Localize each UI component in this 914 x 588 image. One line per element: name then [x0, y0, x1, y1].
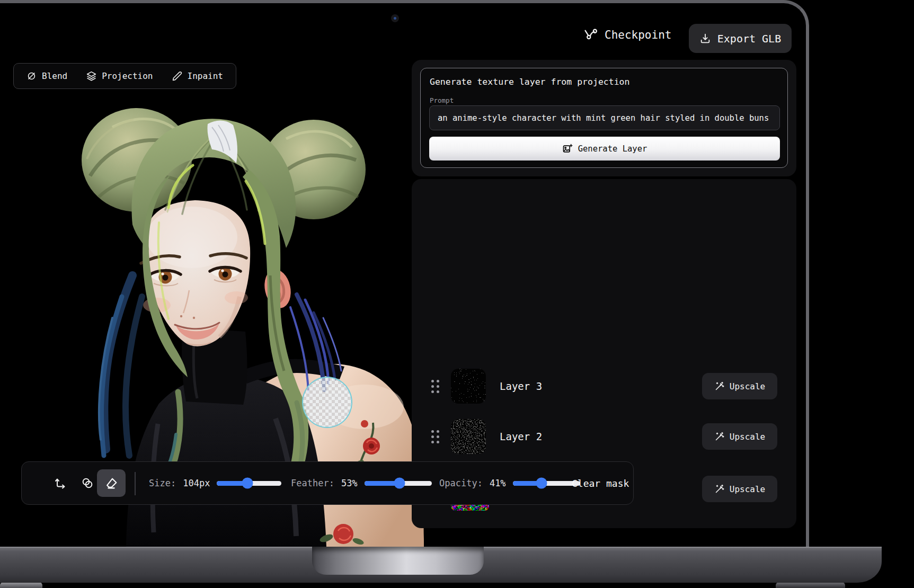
generate-layer-button[interactable]: Generate Layer: [429, 137, 780, 161]
feather-control: Feather: 53%: [291, 462, 432, 504]
drag-handle-icon[interactable]: [431, 380, 439, 393]
checkpoint-label: Checkpoint: [605, 29, 671, 41]
upscale-button[interactable]: Upscale: [702, 423, 777, 450]
eraser-tool-button[interactable]: [97, 469, 126, 497]
move-axes-icon: [54, 477, 66, 489]
prompt-label: Prompt: [430, 96, 454, 104]
mode-blend-label: Blend: [42, 71, 67, 81]
layer-row: Layer 2 Upscale: [412, 419, 796, 454]
mode-blend[interactable]: Blend: [26, 71, 67, 81]
upscale-label: Upscale: [730, 484, 765, 494]
eraser-icon: [105, 477, 118, 490]
app-root: Checkpoint Export GLB Blend Projec: [0, 0, 914, 588]
feather-label: Feather:: [291, 478, 334, 488]
layer-thumbnail[interactable]: [451, 369, 486, 404]
size-slider-thumb[interactable]: [242, 478, 253, 489]
export-glb-label: Export GLB: [717, 32, 781, 45]
checkpoint-button[interactable]: Checkpoint: [583, 28, 671, 42]
mode-inpaint-label: Inpaint: [188, 71, 223, 81]
checkpoint-branch-icon: [583, 28, 597, 42]
layer-thumbnail[interactable]: [451, 419, 486, 454]
download-icon: [699, 33, 711, 44]
export-glb-button[interactable]: Export GLB: [689, 24, 792, 53]
generator-title: Generate texture layer from projection: [430, 77, 630, 87]
drag-handle-icon[interactable]: [431, 430, 439, 443]
mode-inpaint[interactable]: Inpaint: [172, 71, 223, 81]
mask-brush-overlay: [302, 377, 352, 428]
pencil-icon: [172, 71, 182, 81]
laptop-base: [0, 547, 882, 583]
upscale-label: Upscale: [730, 432, 765, 442]
size-label: Size:: [149, 478, 176, 488]
opacity-slider[interactable]: [513, 481, 580, 486]
image-plus-icon: [562, 144, 573, 154]
generator-panel: Generate texture layer from projection P…: [412, 60, 796, 176]
size-control: Size: 104px: [149, 462, 281, 504]
mode-projection-label: Projection: [102, 71, 153, 81]
clear-mask-button[interactable]: Clear mask: [572, 462, 629, 504]
wand-sparkles-icon: [714, 381, 724, 391]
prompt-input[interactable]: [429, 105, 780, 130]
upscale-button[interactable]: Upscale: [702, 373, 777, 399]
upscale-button[interactable]: Upscale: [702, 476, 777, 502]
upscale-label: Upscale: [730, 381, 765, 391]
opacity-control: Opacity: 41%: [439, 462, 580, 504]
layers-icon: [86, 71, 96, 81]
size-value: 104px: [183, 478, 210, 488]
generate-layer-label: Generate Layer: [578, 144, 647, 154]
layer-name: Layer 2: [500, 431, 542, 442]
laptop-foot: [0, 582, 42, 588]
layer-name: Layer 3: [500, 380, 542, 392]
generator-card: Generate texture layer from projection P…: [420, 68, 788, 168]
laptop-hinge-notch: [312, 547, 484, 575]
opacity-label: Opacity:: [439, 478, 483, 488]
laptop-foot: [776, 582, 845, 588]
blend-circles-icon: [81, 477, 94, 489]
laptop-camera: [391, 14, 399, 22]
mode-toolbar: Blend Projection Inpaint: [13, 63, 236, 89]
wand-sparkles-icon: [714, 484, 724, 494]
feather-slider-thumb[interactable]: [394, 478, 405, 489]
mode-projection[interactable]: Projection: [86, 71, 153, 81]
wand-sparkles-icon: [714, 432, 724, 442]
brush-toolbar: Size: 104px Feather: 53% Opacity: 41% Cl…: [21, 461, 634, 505]
layer-row: Layer 3 Upscale: [412, 369, 796, 404]
toolbar-divider: [135, 472, 136, 495]
opacity-value: 41%: [490, 478, 506, 488]
blend-circle-slash-icon: [26, 71, 37, 81]
feather-value: 53%: [341, 478, 358, 488]
transform-tool-button[interactable]: [46, 469, 74, 497]
size-slider[interactable]: [217, 481, 281, 486]
feather-slider[interactable]: [365, 481, 432, 486]
opacity-slider-thumb[interactable]: [536, 478, 547, 489]
